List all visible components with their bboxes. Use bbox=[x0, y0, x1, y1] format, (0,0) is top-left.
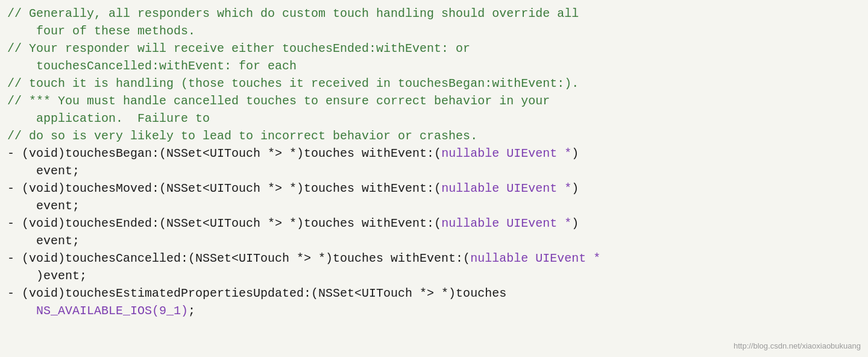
code-block: // Generally, all responders which do cu… bbox=[0, 0, 868, 357]
code-line-18: NS_AVAILABLE_IOS(9_1); bbox=[7, 302, 861, 320]
code-lines: // Generally, all responders which do cu… bbox=[7, 5, 861, 320]
code-line-2: four of these methods. bbox=[7, 22, 861, 40]
code-line-4: touchesCancelled:withEvent: for each bbox=[7, 57, 861, 75]
code-line-7: application. Failure to bbox=[7, 110, 861, 127]
code-line-14: event; bbox=[7, 232, 861, 250]
code-line-5: // touch it is handling (those touches i… bbox=[7, 75, 861, 92]
code-line-16: )event; bbox=[7, 267, 861, 285]
code-line-10: event; bbox=[7, 162, 861, 180]
code-line-15: - (void)touchesCancelled:(NSSet<UITouch … bbox=[7, 250, 861, 267]
code-line-12: event; bbox=[7, 197, 861, 215]
watermark: http://blog.csdn.net/xiaoxiaobukuang bbox=[734, 341, 861, 352]
code-line-3: // Your responder will receive either to… bbox=[7, 40, 861, 57]
code-line-6: // *** You must handle cancelled touches… bbox=[7, 92, 861, 110]
code-line-8: // do so is very likely to lead to incor… bbox=[7, 127, 861, 145]
code-line-11: - (void)touchesMoved:(NSSet<UITouch *> *… bbox=[7, 180, 861, 197]
code-line-1: // Generally, all responders which do cu… bbox=[7, 5, 861, 22]
code-line-13: - (void)touchesEnded:(NSSet<UITouch *> *… bbox=[7, 215, 861, 232]
code-line-17: - (void)touchesEstimatedPropertiesUpdate… bbox=[7, 285, 861, 302]
code-line-9: - (void)touchesBegan:(NSSet<UITouch *> *… bbox=[7, 145, 861, 162]
